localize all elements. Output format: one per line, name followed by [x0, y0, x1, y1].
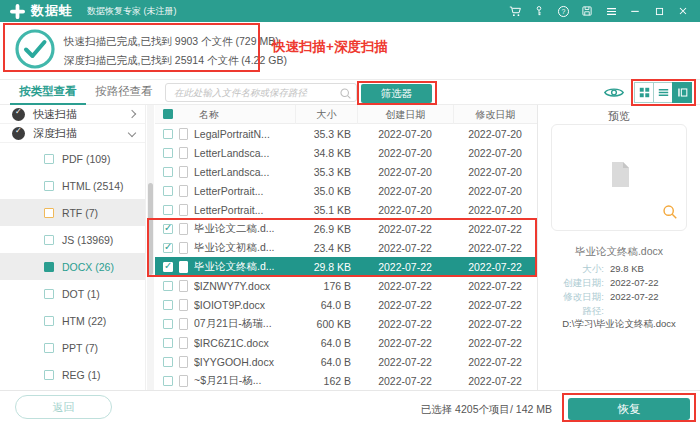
sidebar-type-reg[interactable]: REG (1) — [0, 361, 145, 388]
file-row[interactable]: $IZNWY7Y.docx176 B2022-07-222022-07-22 — [155, 276, 537, 295]
close-icon[interactable] — [676, 4, 690, 18]
file-size: 26.9 KB — [295, 223, 357, 235]
file-name: $IYYGOOH.docx — [194, 356, 295, 368]
row-checkbox[interactable] — [163, 338, 173, 348]
file-name: 毕业论文终稿.d... — [194, 260, 295, 274]
file-row[interactable]: $IOIOT9P.docx64.0 B2022-07-222022-07-22 — [155, 295, 537, 314]
magnifier-icon[interactable] — [662, 204, 678, 224]
sidebar-scrollbar[interactable] — [147, 105, 154, 390]
column-header-size[interactable]: 大小 — [295, 105, 357, 124]
row-checkbox[interactable] — [163, 186, 173, 196]
row-checkbox[interactable] — [163, 148, 173, 158]
type-checkbox[interactable] — [44, 343, 54, 353]
file-row[interactable]: 07月21日-杨瑞...600 KB2022-07-222022-07-22 — [155, 314, 537, 333]
file-size: 162 B — [295, 375, 357, 387]
row-checkbox[interactable] — [163, 262, 173, 272]
type-checkbox[interactable] — [44, 181, 54, 191]
sidebar-type-rtf[interactable]: RTF (7) — [0, 199, 145, 226]
type-checkbox[interactable] — [44, 289, 54, 299]
file-row[interactable]: LegalPortraitN...35.3 KB2022-07-202022-0… — [155, 124, 537, 143]
info-label: 路径: — [538, 304, 604, 318]
row-checkbox[interactable] — [163, 300, 173, 310]
row-checkbox[interactable] — [163, 319, 173, 329]
detail-view-icon[interactable] — [672, 82, 692, 103]
chevron-down-icon — [128, 129, 136, 137]
preview-info-row: 修改日期:2022-07-22 — [538, 290, 700, 304]
type-checkbox[interactable] — [44, 316, 54, 326]
scrollbar-thumb[interactable] — [148, 183, 153, 275]
file-row[interactable]: 毕业论文初稿.d...23.4 KB2022-07-222022-07-22 — [155, 238, 537, 257]
sidebar-type-html[interactable]: HTML (2514) — [0, 172, 145, 199]
filter-button[interactable]: 筛选器 — [361, 84, 432, 103]
row-checkbox[interactable] — [163, 243, 173, 253]
file-icon — [179, 261, 188, 273]
maximize-icon[interactable] — [652, 4, 666, 18]
file-created: 2022-07-22 — [357, 242, 453, 254]
file-row[interactable]: ~$月21日-杨...162 B2022-07-222022-07-22 — [155, 371, 537, 390]
grid-view-icon[interactable] — [634, 82, 654, 103]
info-label: 修改日期: — [538, 290, 604, 304]
sidebar-group-quick-scan[interactable]: 快速扫描 — [0, 105, 145, 124]
sidebar-type-pdf[interactable]: PDF (109) — [0, 145, 145, 172]
sidebar-type-ppt[interactable]: PPT (7) — [0, 334, 145, 361]
row-checkbox[interactable] — [163, 205, 173, 215]
file-row[interactable]: 毕业论文二稿.d...26.9 KB2022-07-222022-07-22 — [155, 219, 537, 238]
check-circle-icon — [12, 108, 25, 121]
group-label: 深度扫描 — [33, 126, 77, 141]
app-logo-plus-icon — [10, 4, 25, 19]
type-checkbox[interactable] — [44, 370, 54, 380]
column-header-modified[interactable]: 修改日期 — [453, 105, 537, 124]
eye-preview-icon[interactable] — [603, 85, 625, 104]
recover-button[interactable]: 恢复 — [568, 398, 690, 420]
sidebar-type-js[interactable]: JS (13969) — [0, 226, 145, 253]
type-checkbox[interactable] — [44, 262, 54, 272]
file-size: 176 B — [295, 280, 357, 292]
row-checkbox[interactable] — [163, 167, 173, 177]
type-checkbox[interactable] — [44, 208, 54, 218]
file-row[interactable]: LetterPortrait...35.0 KB2022-07-202022-0… — [155, 181, 537, 200]
file-row[interactable]: $IRC6Z1C.docx64.0 B2022-07-222022-07-22 — [155, 333, 537, 352]
selection-summary: 已选择 4205个项目/ 142 MB — [421, 403, 552, 417]
file-name: LetterLandsca... — [194, 147, 295, 159]
key-icon[interactable] — [532, 4, 546, 18]
row-checkbox[interactable] — [163, 376, 173, 386]
type-checkbox[interactable] — [44, 154, 54, 164]
file-created: 2022-07-20 — [357, 128, 453, 140]
type-label: REG (1) — [62, 369, 101, 381]
search-input[interactable] — [165, 83, 357, 102]
minimize-icon[interactable] — [628, 4, 642, 18]
search-icon[interactable] — [339, 86, 352, 104]
tab-by-type[interactable]: 按类型查看 — [10, 80, 86, 105]
sidebar-type-dot[interactable]: DOT (1) — [0, 280, 145, 307]
file-name: 07月21日-杨瑞... — [194, 317, 295, 331]
tab-by-path[interactable]: 按路径查看 — [86, 80, 162, 105]
row-checkbox[interactable] — [163, 129, 173, 139]
file-modified: 2022-07-20 — [453, 128, 537, 140]
column-header-name[interactable]: 名称 — [189, 105, 295, 124]
file-row[interactable]: LetterLandsca...34.8 KB2022-07-202022-07… — [155, 143, 537, 162]
back-button[interactable]: 返回 — [15, 395, 112, 419]
column-header-created[interactable]: 创建日期 — [357, 105, 453, 124]
list-view-icon[interactable] — [653, 82, 673, 103]
cart-icon[interactable] — [508, 4, 522, 18]
row-checkbox[interactable] — [163, 281, 173, 291]
file-row[interactable]: $IYYGOOH.docx64.0 B2022-07-222022-07-22 — [155, 352, 537, 371]
sidebar-type-docx[interactable]: DOCX (26) — [0, 253, 145, 280]
file-modified: 2022-07-22 — [453, 337, 537, 349]
titlebar: 数据蛙 数据恢复专家 (未注册) ? — [0, 0, 700, 22]
file-row[interactable]: LetterPortrait...35.1 KB2022-07-202022-0… — [155, 200, 537, 219]
type-checkbox[interactable] — [44, 235, 54, 245]
sidebar-group-deep-scan[interactable]: 深度扫描 — [0, 124, 145, 143]
select-all-checkbox[interactable] — [163, 109, 173, 119]
row-checkbox[interactable] — [163, 357, 173, 367]
menu-icon[interactable] — [604, 4, 618, 18]
chevron-right-icon — [128, 110, 136, 118]
file-name: $IRC6Z1C.docx — [194, 337, 295, 349]
save-icon[interactable] — [580, 4, 594, 18]
file-row[interactable]: LetterLandsca...35.3 KB2022-07-202022-07… — [155, 162, 537, 181]
row-checkbox[interactable] — [163, 224, 173, 234]
sidebar-type-htm[interactable]: HTM (22) — [0, 307, 145, 334]
file-created: 2022-07-22 — [357, 223, 453, 235]
file-row[interactable]: 毕业论文终稿.d...29.8 KB2022-07-222022-07-22 — [155, 257, 537, 276]
help-icon[interactable]: ? — [556, 4, 570, 18]
